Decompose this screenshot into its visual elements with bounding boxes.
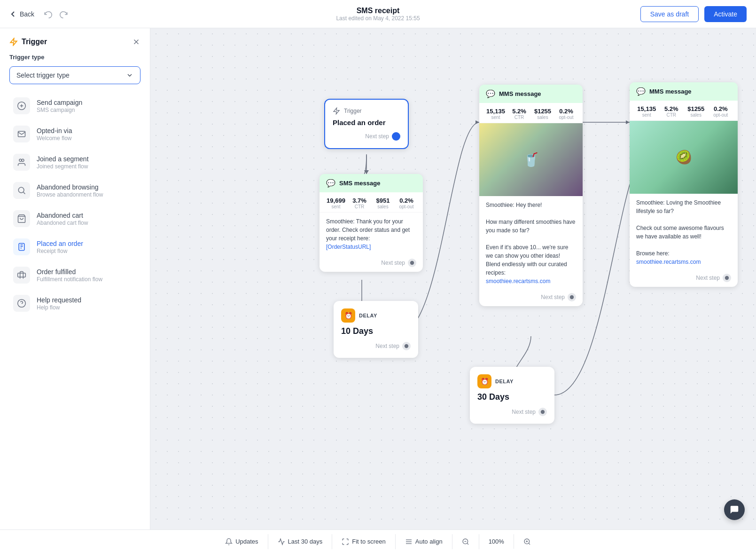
stat-value: 5.2% [509, 108, 529, 115]
sms-node[interactable]: 💬 SMS message 19,699 sent 3.7% CTR $951 … [320, 174, 423, 272]
zoom-in-button[interactable] [514, 534, 540, 549]
history-buttons [42, 8, 70, 20]
segment-icon [17, 158, 26, 167]
help-icon [17, 299, 26, 308]
updates-button[interactable]: Updates [216, 534, 268, 549]
sms-icon: 💬 [326, 179, 335, 188]
svg-point-11 [18, 300, 26, 308]
save-draft-button[interactable]: Save as draft [640, 6, 699, 22]
stat-sales: $1255 sales [686, 105, 707, 118]
lightning-icon [9, 38, 18, 46]
zoom-out-button[interactable] [452, 534, 479, 549]
delay-next-step-button[interactable] [402, 342, 411, 350]
fit-screen-icon [342, 538, 349, 545]
trigger-item-text: Send campaign SMS campaign [37, 98, 137, 113]
align-icon [405, 538, 413, 545]
stat-sent: 15,135 sent [636, 105, 657, 118]
stat-value: 19,699 [326, 197, 346, 204]
sms-body: Smoothiee: Thank you for your order. Che… [320, 213, 423, 256]
stat-label: sales [686, 112, 707, 118]
trigger-item-order-fulfilled[interactable]: Order fulfilled Fulfillment notification… [9, 261, 140, 289]
optin-icon [17, 129, 26, 139]
trigger-node-header: Trigger [333, 107, 400, 115]
trigger-item-icon [13, 182, 30, 199]
back-button[interactable]: Back [9, 10, 34, 18]
trigger-item-text: Placed an order Receipt flow [37, 239, 137, 254]
redo-button[interactable] [58, 8, 70, 20]
trigger-item-abandoned-cart[interactable]: Abandoned cart Abandoned cart flow [9, 205, 140, 233]
next-step-button[interactable] [392, 132, 400, 141]
circle-icon [569, 295, 574, 300]
svg-point-20 [410, 261, 414, 265]
mms-body-2: Smoothiee: Loving the Smoothiee lifestyl… [630, 194, 738, 271]
trigger-item-name: Order fulfilled [37, 268, 137, 276]
svg-point-24 [541, 410, 545, 414]
stat-label: sent [326, 204, 346, 209]
delay-node-1[interactable]: ⏰ DELAY 10 Days Next step [334, 301, 418, 358]
trigger-item-name: Abandoned browsing [37, 183, 137, 191]
close-icon [132, 38, 140, 46]
trigger-item-placed-order[interactable]: Placed an order Receipt flow [9, 233, 140, 261]
svg-point-23 [725, 276, 729, 280]
mms-next-step-button-2[interactable] [723, 274, 731, 282]
fulfilled-icon [17, 270, 26, 280]
plus-icon [394, 134, 398, 139]
stat-value: 15,135 [636, 105, 657, 112]
mms-node-2[interactable]: 💬 MMS message 15,135 sent 5.2% CTR $1255… [630, 82, 738, 287]
fit-screen-button[interactable]: Fit to screen [332, 534, 396, 549]
trigger-item-icon [13, 126, 30, 142]
stat-optout: 0.2% opt-out [556, 108, 576, 120]
mms-label: MMS message [499, 90, 541, 97]
fit-screen-label: Fit to screen [352, 538, 386, 545]
zoom-out-icon [462, 538, 469, 545]
delay-label: DELAY [359, 313, 377, 318]
stat-label: opt-out [710, 112, 732, 118]
next-step-text: Next step [365, 133, 389, 140]
auto-align-button[interactable]: Auto align [396, 534, 452, 549]
activate-button[interactable]: Activate [704, 6, 747, 22]
campaign-icon [17, 101, 26, 111]
mms-next-step-button-1[interactable] [568, 293, 576, 301]
last30-label: Last 30 days [288, 538, 323, 545]
header: Back SMS receipt Last edited on May 4, 2… [0, 0, 756, 28]
delay-header: ⏰ DELAY [341, 308, 411, 323]
stat-optout: 0.2% opt-out [397, 197, 416, 209]
svg-line-29 [467, 543, 468, 545]
trigger-item-sub: Browse abandonment flow [37, 191, 137, 198]
delay-next-step-button-2[interactable] [538, 408, 547, 416]
trigger-item-joined-segment[interactable]: Joined a segment Joined segment flow [9, 148, 140, 176]
trigger-item-sub: Receipt flow [37, 248, 137, 254]
undo-button[interactable] [42, 8, 54, 20]
trigger-item-text: Opted-in via Welcome flow [37, 126, 137, 142]
zoom-level[interactable]: 100% [479, 534, 514, 549]
trigger-item-opted-in[interactable]: Opted-in via Welcome flow [9, 120, 140, 148]
trigger-select-dropdown[interactable]: Select trigger type [9, 66, 140, 84]
stat-sent: 15,135 sent [486, 108, 506, 120]
trigger-item-name: Send campaign [37, 98, 137, 107]
svg-marker-19 [334, 108, 339, 114]
last30-button[interactable]: Last 30 days [268, 534, 333, 549]
next-step-text: Next step [512, 409, 536, 415]
sms-node-header: 💬 SMS message [320, 174, 423, 192]
sms-next-step-button[interactable] [408, 259, 416, 267]
chevron-left-icon [9, 10, 17, 18]
sidebar: Trigger Trigger type Select trigger type… [0, 28, 150, 529]
stat-label: CTR [509, 115, 529, 120]
stat-ctr: 5.2% CTR [509, 108, 529, 120]
mms-node-1[interactable]: 💬 MMS message 15,135 sent 5.2% CTR $1255… [479, 85, 583, 306]
delay-node-2[interactable]: ⏰ DELAY 30 Days Next step [470, 367, 554, 424]
sidebar-close-button[interactable] [132, 38, 140, 46]
trigger-item-help-requested[interactable]: Help requested Help flow [9, 289, 140, 317]
circle-icon [404, 344, 409, 348]
trigger-node[interactable]: Trigger Placed an order Next step [324, 99, 409, 149]
flow-canvas[interactable]: Trigger Placed an order Next step 💬 SMS … [150, 28, 756, 529]
mms-icon: 💬 [486, 89, 495, 98]
trigger-item-send-campaign[interactable]: Send campaign SMS campaign [9, 92, 140, 120]
next-step-text: Next step [696, 275, 720, 281]
mms-label: MMS message [649, 88, 692, 95]
cart-icon [17, 214, 26, 223]
mms-link-1: smoothiee.recartsms.com [486, 278, 550, 284]
trigger-item-abandoned-browsing[interactable]: Abandoned browsing Browse abandonment fl… [9, 176, 140, 205]
redo-icon [60, 10, 68, 18]
chat-button[interactable] [724, 499, 745, 520]
